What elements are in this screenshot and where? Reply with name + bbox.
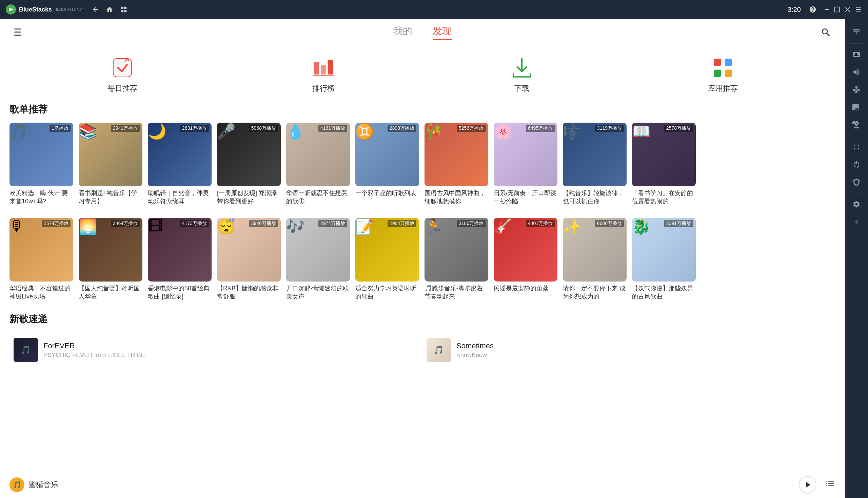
close-icon[interactable] [844, 5, 852, 14]
list-item[interactable]: 🎤 5968万播放 [一周原创发现] 郑润泽带你看到更好 [217, 123, 281, 206]
playlist-thumb: 🏃 3186万播放 [424, 218, 488, 281]
playlist-thumb: 📝 2964万播放 [355, 218, 419, 281]
playlist-thumb: 🌅 2464万播放 [79, 218, 142, 281]
daily-icon [110, 55, 135, 80]
playlist-thumb: 🎤 5968万播放 [217, 123, 281, 186]
song-info: ForEVER PSYCHIC FEVER from EXILE TRIBE [43, 341, 418, 359]
song-title: ForEVER [43, 341, 418, 350]
app-name-label: 蜜獾音乐 [28, 480, 58, 490]
newsong-section: 新歌速递 🎵 ForEVER PSYCHIC FEVER from EXILE … [0, 313, 845, 368]
play-button[interactable] [799, 476, 816, 494]
list-item[interactable]: 🎶 2974万播放 开口沉醉·慵懒迷幻的欧美女声 [286, 218, 350, 301]
title-bar: BlueStacks 5.10.0.6513 N64 3:20 [0, 0, 868, 19]
playlist-thumb: 🌸 6495万播放 [494, 123, 558, 186]
song-thumb: 🎵 [14, 338, 38, 362]
chart-icon [311, 55, 336, 80]
playlist-button[interactable] [825, 478, 835, 491]
list-item[interactable]: 📚 2941万播放 看书刷题+纯音乐【学习专用】 [79, 123, 142, 206]
app-icon [711, 55, 735, 80]
playlist-thumb: 🎵 1亿播放 [10, 123, 73, 186]
list-item[interactable]: 🌅 2464万播放 【国人纯音赏】聆听国人华章 [79, 218, 142, 301]
list-item[interactable]: 😴 3946万播放 【R&B】慵懒的感觉非常舒服 [217, 218, 281, 301]
category-bar: 每日推荐 排行榜 [0, 46, 845, 103]
bluestacks-logo-icon [5, 4, 16, 15]
list-item[interactable]: 💧 4161万播放 华语一听就忍不住想哭的歌① [286, 123, 350, 206]
svg-rect-3 [314, 62, 319, 75]
playlist-section-title: 歌单推荐 [10, 103, 835, 116]
playlist-thumb: 💧 4161万播放 [286, 123, 350, 186]
category-chart[interactable]: 排行榜 [311, 55, 336, 93]
bluestacks-menu-icon[interactable] [854, 5, 863, 14]
list-item[interactable]: 🎼 3119万播放 【纯音乐】轻旋淡律，也可以抓住你 [563, 123, 627, 206]
windows-icon[interactable] [120, 6, 127, 13]
newsong-list: 🎵 ForEVER PSYCHIC FEVER from EXILE TRIBE… [10, 332, 835, 368]
app-icon: 🎵 [10, 477, 24, 492]
tab-discover[interactable]: 发现 [433, 25, 452, 40]
download-icon [510, 55, 534, 80]
daily-label: 每日推荐 [107, 83, 137, 93]
list-item[interactable]: 🎞 4173万播放 香港电影中的50首经典歌曲 [追忆录] [148, 218, 212, 301]
help-icon[interactable] [809, 6, 816, 13]
hamburger-menu[interactable]: ☰ [14, 27, 22, 38]
download-label: 下载 [514, 83, 529, 93]
window-controls [809, 5, 863, 14]
search-button[interactable] [820, 27, 831, 38]
svg-rect-8 [714, 69, 721, 77]
playlist-thumb: 🎸 4401万播放 [494, 218, 558, 281]
song-title: Sometimes [456, 341, 831, 350]
playlist-thumb: 📖 2578万播放 [632, 123, 696, 186]
back-icon[interactable] [91, 6, 99, 13]
category-app[interactable]: 应用推荐 [708, 55, 738, 93]
category-daily[interactable]: 每日推荐 [107, 55, 137, 93]
song-info: Sometimes KnowKnow [456, 341, 831, 359]
chart-label: 排行榜 [312, 83, 335, 93]
playlist-thumb: 🎞 4173万播放 [148, 218, 212, 281]
svg-rect-5 [328, 60, 333, 75]
minimize-icon[interactable] [823, 6, 831, 13]
list-item[interactable]: 🎵 ForEVER PSYCHIC FEVER from EXILE TRIBE [10, 332, 422, 368]
list-item[interactable]: 🐉 2391万播放 【妖气弥漫】那些妖异的古风歌曲 [632, 218, 696, 301]
newsong-title: 新歌速递 [10, 313, 835, 326]
svg-rect-6 [714, 58, 721, 66]
app-label: 应用推荐 [708, 83, 738, 93]
category-download[interactable]: 下载 [510, 55, 534, 93]
top-nav: ☰ 我的 发现 [0, 19, 845, 46]
app-version: 5.10.0.6513 N64 [56, 8, 84, 12]
list-item[interactable]: ✨ 6606万播放 请你一定不要停下来 成为你想成为的 [563, 218, 627, 301]
app-content: ☰ 我的 发现 每日推荐 [0, 19, 845, 498]
list-item[interactable]: 🎋 5256万播放 国语古风中国风神曲，细腻地抚摸你 [424, 123, 488, 206]
list-item[interactable]: 🏃 3186万播放 🎵跑步音乐-脚步跟着节奏动起来 [424, 218, 488, 301]
playlist-thumb: 🎼 3119万播放 [563, 123, 627, 186]
list-item[interactable]: 🎙 2574万播放 华语经典｜不容错过的神级Live现场 [10, 218, 73, 301]
list-item[interactable]: 🌸 6495万播放 日系/无前奏：开口即跳 一秒沦陷 [494, 123, 558, 206]
song-artist: PSYCHIC FEVER from EXILE TRIBE [43, 352, 418, 359]
tab-mine[interactable]: 我的 [393, 25, 412, 40]
scroll-area[interactable]: 歌单推荐 🎵 1亿播放 欧美精选｜嗨 伙计 要来首10w+吗? 📚 2941万播 [0, 103, 845, 471]
list-item[interactable]: 📖 2578万播放 「看书学习」在安静的位置看热闹的 [632, 123, 696, 206]
playlist-thumb: ♊ 2898万播放 [355, 123, 419, 186]
list-item[interactable]: ♊ 2898万播放 一个双子座的听歌列表 [355, 123, 419, 206]
app-name: BlueStacks [19, 6, 52, 13]
list-item[interactable]: 🎵 1亿播放 欧美精选｜嗨 伙计 要来首10w+吗? [10, 123, 73, 206]
maximize-icon[interactable] [833, 6, 841, 13]
svg-rect-7 [725, 58, 732, 66]
bottom-bar: 🎵 蜜獾音乐 [0, 471, 845, 498]
list-item[interactable]: 🎸 4401万播放 民谣是最安静的角落 [494, 218, 558, 301]
song-thumb: 🎵 [426, 338, 451, 362]
playlist-thumb: 😴 3946万播放 [217, 218, 281, 281]
svg-rect-9 [725, 69, 732, 77]
main-area: ☰ 我的 发现 每日推荐 [0, 19, 845, 498]
playlist-thumb: 📚 2941万播放 [79, 123, 142, 186]
list-item[interactable]: 🎵 Sometimes KnowKnow [422, 332, 835, 368]
app-logo: BlueStacks 5.10.0.6513 N64 [5, 4, 84, 15]
home-icon[interactable] [106, 6, 113, 13]
playlist-section: 歌单推荐 🎵 1亿播放 欧美精选｜嗨 伙计 要来首10w+吗? 📚 2941万播 [0, 103, 845, 306]
svg-rect-4 [320, 65, 326, 75]
list-item[interactable]: 🌙 2831万播放 助眠辑｜自然音，伴灵动乐符萦绕耳 [148, 123, 212, 206]
nav-tabs: 我的 发现 [393, 25, 452, 40]
playlist-thumb: 🎶 2974万播放 [286, 218, 350, 281]
playlist-thumb: ✨ 6606万播放 [563, 218, 627, 281]
player-controls [799, 476, 835, 494]
playlist-thumb: 🎙 2574万播放 [10, 218, 73, 281]
list-item[interactable]: 📝 2964万播放 适合努力学习英语时听的歌曲 [355, 218, 419, 301]
